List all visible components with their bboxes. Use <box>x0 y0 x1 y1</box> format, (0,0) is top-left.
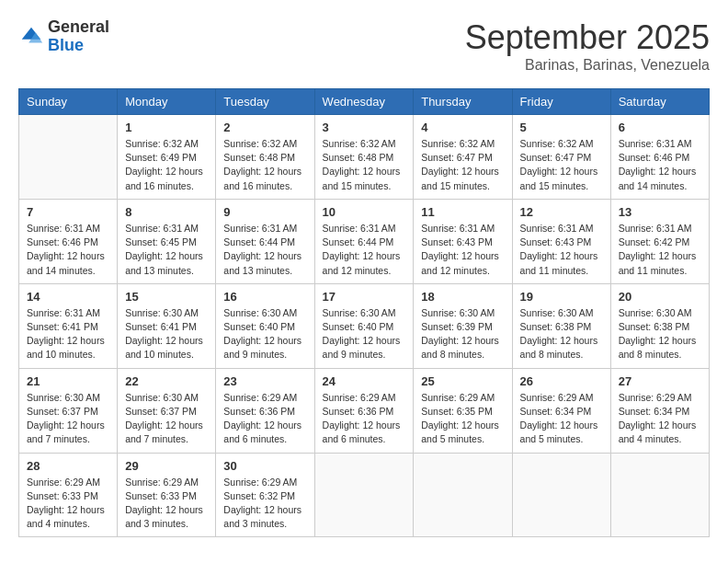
title-area: September 2025 Barinas, Barinas, Venezue… <box>465 18 710 74</box>
calendar-cell: 15Sunrise: 6:30 AMSunset: 6:41 PMDayligh… <box>118 283 216 368</box>
day-info: Sunrise: 6:31 AMSunset: 6:42 PMDaylight:… <box>619 222 701 278</box>
day-number: 3 <box>323 121 406 134</box>
calendar-cell: 26Sunrise: 6:29 AMSunset: 6:34 PMDayligh… <box>512 368 610 453</box>
column-header-tuesday: Tuesday <box>216 89 314 115</box>
calendar-cell: 24Sunrise: 6:29 AMSunset: 6:36 PMDayligh… <box>314 368 414 453</box>
day-number: 22 <box>125 374 208 388</box>
day-info: Sunrise: 6:31 AMSunset: 6:46 PMDaylight:… <box>619 137 701 193</box>
calendar-cell: 29Sunrise: 6:29 AMSunset: 6:33 PMDayligh… <box>118 453 216 537</box>
day-number: 24 <box>323 374 406 388</box>
day-info: Sunrise: 6:31 AMSunset: 6:44 PMDaylight:… <box>323 222 406 278</box>
day-number: 16 <box>223 290 306 304</box>
day-number: 19 <box>520 290 603 304</box>
day-number: 13 <box>619 205 701 219</box>
day-number: 7 <box>27 205 109 219</box>
calendar-cell: 9Sunrise: 6:31 AMSunset: 6:44 PMDaylight… <box>216 199 314 283</box>
calendar-cell: 3Sunrise: 6:32 AMSunset: 6:48 PMDaylight… <box>314 115 414 200</box>
calendar-cell: 1Sunrise: 6:32 AMSunset: 6:49 PMDaylight… <box>118 115 216 200</box>
calendar-table: SundayMondayTuesdayWednesdayThursdayFrid… <box>18 88 710 537</box>
day-number: 25 <box>421 374 504 388</box>
calendar-cell: 11Sunrise: 6:31 AMSunset: 6:43 PMDayligh… <box>414 199 512 283</box>
column-header-wednesday: Wednesday <box>314 89 414 115</box>
day-number: 23 <box>223 374 306 388</box>
day-number: 28 <box>27 459 109 473</box>
calendar-cell: 21Sunrise: 6:30 AMSunset: 6:37 PMDayligh… <box>19 368 118 453</box>
day-number: 30 <box>223 459 306 473</box>
day-number: 29 <box>125 459 208 473</box>
calendar-cell <box>512 453 610 537</box>
page-header: General Blue September 2025 Barinas, Bar… <box>18 18 710 74</box>
logo: General Blue <box>18 18 109 55</box>
day-info: Sunrise: 6:31 AMSunset: 6:46 PMDaylight:… <box>27 222 109 278</box>
day-info: Sunrise: 6:30 AMSunset: 6:41 PMDaylight:… <box>125 306 208 362</box>
calendar-cell: 7Sunrise: 6:31 AMSunset: 6:46 PMDaylight… <box>19 199 118 283</box>
day-number: 2 <box>223 121 306 134</box>
week-row-5: 28Sunrise: 6:29 AMSunset: 6:33 PMDayligh… <box>19 453 710 537</box>
day-info: Sunrise: 6:31 AMSunset: 6:41 PMDaylight:… <box>27 306 109 362</box>
day-info: Sunrise: 6:29 AMSunset: 6:32 PMDaylight:… <box>223 476 306 532</box>
column-header-sunday: Sunday <box>19 89 118 115</box>
day-number: 17 <box>323 290 406 304</box>
day-number: 1 <box>125 121 208 134</box>
day-info: Sunrise: 6:29 AMSunset: 6:33 PMDaylight:… <box>27 476 109 532</box>
day-info: Sunrise: 6:29 AMSunset: 6:33 PMDaylight:… <box>125 476 208 532</box>
day-info: Sunrise: 6:31 AMSunset: 6:44 PMDaylight:… <box>223 222 306 278</box>
calendar-cell: 30Sunrise: 6:29 AMSunset: 6:32 PMDayligh… <box>216 453 314 537</box>
calendar-cell: 13Sunrise: 6:31 AMSunset: 6:42 PMDayligh… <box>610 199 709 283</box>
week-row-1: 1Sunrise: 6:32 AMSunset: 6:49 PMDaylight… <box>19 115 710 200</box>
location: Barinas, Barinas, Venezuela <box>465 57 710 74</box>
day-info: Sunrise: 6:32 AMSunset: 6:48 PMDaylight:… <box>223 137 306 193</box>
day-number: 9 <box>223 205 306 219</box>
logo-icon <box>18 24 44 50</box>
calendar-cell: 27Sunrise: 6:29 AMSunset: 6:34 PMDayligh… <box>610 368 709 453</box>
day-info: Sunrise: 6:29 AMSunset: 6:34 PMDaylight:… <box>520 391 603 447</box>
day-number: 5 <box>520 121 603 134</box>
day-info: Sunrise: 6:32 AMSunset: 6:48 PMDaylight:… <box>323 137 406 193</box>
calendar-cell: 17Sunrise: 6:30 AMSunset: 6:40 PMDayligh… <box>314 283 414 368</box>
day-info: Sunrise: 6:29 AMSunset: 6:36 PMDaylight:… <box>223 391 306 447</box>
calendar-cell: 8Sunrise: 6:31 AMSunset: 6:45 PMDaylight… <box>118 199 216 283</box>
week-row-2: 7Sunrise: 6:31 AMSunset: 6:46 PMDaylight… <box>19 199 710 283</box>
day-info: Sunrise: 6:31 AMSunset: 6:43 PMDaylight:… <box>421 222 504 278</box>
day-number: 6 <box>619 121 701 134</box>
column-header-friday: Friday <box>512 89 610 115</box>
week-row-3: 14Sunrise: 6:31 AMSunset: 6:41 PMDayligh… <box>19 283 710 368</box>
calendar-cell: 10Sunrise: 6:31 AMSunset: 6:44 PMDayligh… <box>314 199 414 283</box>
calendar-cell: 22Sunrise: 6:30 AMSunset: 6:37 PMDayligh… <box>118 368 216 453</box>
calendar-cell: 19Sunrise: 6:30 AMSunset: 6:38 PMDayligh… <box>512 283 610 368</box>
calendar-cell: 2Sunrise: 6:32 AMSunset: 6:48 PMDaylight… <box>216 115 314 200</box>
day-info: Sunrise: 6:30 AMSunset: 6:39 PMDaylight:… <box>421 306 504 362</box>
day-info: Sunrise: 6:31 AMSunset: 6:43 PMDaylight:… <box>520 222 603 278</box>
calendar-cell <box>314 453 414 537</box>
day-number: 20 <box>619 290 701 304</box>
logo-text: General Blue <box>48 18 109 55</box>
calendar-cell: 16Sunrise: 6:30 AMSunset: 6:40 PMDayligh… <box>216 283 314 368</box>
calendar-cell <box>414 453 512 537</box>
calendar-cell: 14Sunrise: 6:31 AMSunset: 6:41 PMDayligh… <box>19 283 118 368</box>
day-info: Sunrise: 6:29 AMSunset: 6:35 PMDaylight:… <box>421 391 504 447</box>
month-title: September 2025 <box>465 18 710 57</box>
day-info: Sunrise: 6:29 AMSunset: 6:36 PMDaylight:… <box>323 391 406 447</box>
day-number: 8 <box>125 205 208 219</box>
day-info: Sunrise: 6:30 AMSunset: 6:40 PMDaylight:… <box>323 306 406 362</box>
calendar-cell: 4Sunrise: 6:32 AMSunset: 6:47 PMDaylight… <box>414 115 512 200</box>
day-number: 12 <box>520 205 603 219</box>
calendar-cell: 12Sunrise: 6:31 AMSunset: 6:43 PMDayligh… <box>512 199 610 283</box>
day-number: 21 <box>27 374 109 388</box>
day-info: Sunrise: 6:30 AMSunset: 6:40 PMDaylight:… <box>223 306 306 362</box>
calendar-cell: 20Sunrise: 6:30 AMSunset: 6:38 PMDayligh… <box>610 283 709 368</box>
calendar-cell: 18Sunrise: 6:30 AMSunset: 6:39 PMDayligh… <box>414 283 512 368</box>
calendar-cell: 25Sunrise: 6:29 AMSunset: 6:35 PMDayligh… <box>414 368 512 453</box>
day-info: Sunrise: 6:29 AMSunset: 6:34 PMDaylight:… <box>619 391 701 447</box>
day-number: 27 <box>619 374 701 388</box>
day-number: 4 <box>421 121 504 134</box>
day-info: Sunrise: 6:30 AMSunset: 6:38 PMDaylight:… <box>520 306 603 362</box>
calendar-cell <box>19 115 118 200</box>
calendar-cell: 23Sunrise: 6:29 AMSunset: 6:36 PMDayligh… <box>216 368 314 453</box>
day-number: 15 <box>125 290 208 304</box>
day-number: 10 <box>323 205 406 219</box>
column-header-saturday: Saturday <box>610 89 709 115</box>
day-number: 14 <box>27 290 109 304</box>
calendar-cell: 6Sunrise: 6:31 AMSunset: 6:46 PMDaylight… <box>610 115 709 200</box>
day-info: Sunrise: 6:32 AMSunset: 6:47 PMDaylight:… <box>520 137 603 193</box>
